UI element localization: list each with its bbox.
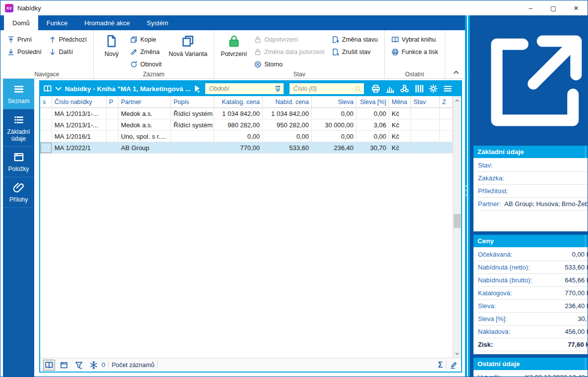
table-cell[interactable]: 30,70 [356,142,389,154]
gear-icon[interactable] [428,84,438,94]
chart-icon[interactable] [385,84,395,94]
ribbon-button[interactable]: První [4,34,44,46]
table-cell[interactable] [411,131,440,142]
ribbon-button[interactable]: Poslední [4,46,44,58]
filter-button[interactable] [73,360,85,371]
print-icon[interactable] [371,84,381,94]
table-cell[interactable] [107,119,118,131]
ribbon-button[interactable]: Potvrzení [218,33,249,59]
ribbon-button[interactable]: Obnovit [127,58,164,70]
table-cell[interactable]: 950 282,00 [263,119,312,131]
collapse-chevron-icon[interactable] [585,358,588,370]
table-cell[interactable]: MA 1/2016/1 [52,131,107,142]
table-cell[interactable]: Kč [389,119,411,131]
archive-view-toggle[interactable] [58,360,70,371]
table-cell[interactable]: Řídící systém [171,108,214,119]
scroll-up-arrow[interactable] [453,96,461,105]
ribbon-button[interactable]: Nová Varianta [166,33,210,59]
column-header-2[interactable]: Číslo nabídky [52,96,107,108]
section-header[interactable]: Ceny [473,235,588,247]
panel-splitter[interactable] [465,15,470,377]
ribbon-tab-4[interactable]: Systém [138,15,176,30]
number-filter-input[interactable]: Číslo (0) [290,83,364,94]
ribbon-button[interactable]: Další [46,46,89,58]
table-cell[interactable] [440,142,453,154]
ribbon-button[interactable]: Změna stavu [329,34,380,46]
book-view-toggle[interactable] [43,360,55,371]
ribbon-button[interactable]: Předchozí [46,34,89,46]
close-button[interactable]: ✕ [565,0,588,15]
ribbon-button[interactable]: Změna data potvrzení [251,46,327,58]
table-cell[interactable]: 1 034 842,00 [214,108,263,119]
freeze-button[interactable] [88,360,100,371]
table-row-1[interactable]: MA 1/2013/1-...Medok a.s.Řídící systém1 … [40,108,453,119]
sidebar-item-2[interactable]: Základní údaje [3,109,34,147]
table-cell[interactable]: AB Group [118,142,171,154]
open-in-window-icon[interactable] [475,20,588,142]
book-icon[interactable] [43,84,52,93]
book-title[interactable]: Nabídky - Kniha "MA 1, Marketingová ... [65,85,190,93]
sidebar-item-3[interactable]: Položky [3,147,34,177]
sidebar-item-1[interactable]: Seznam [3,79,34,109]
period-filter-input[interactable]: Období [205,83,284,94]
collapse-chevron-icon[interactable] [585,146,588,158]
table-cell[interactable] [171,131,214,142]
column-header-5[interactable]: Popis [171,96,214,108]
ribbon-button[interactable]: Nový [98,33,125,59]
scrollbar-thumb[interactable] [454,214,461,228]
sidebar-item-4[interactable]: Přílohy [3,177,34,208]
k2-dropdown-icon[interactable] [274,85,282,93]
table-cell[interactable] [40,131,52,142]
table-cell[interactable]: Uno, spol. s r.... [118,131,171,142]
column-header-9[interactable]: Sleva [%] [356,96,389,108]
collapse-chevron-icon[interactable] [585,235,588,247]
table-cell[interactable] [440,108,453,119]
table-cell[interactable]: Medok a.s. [118,108,171,119]
table-cell[interactable] [107,131,118,142]
vertical-scrollbar[interactable] [453,96,461,358]
table-cell[interactable] [40,142,52,154]
table-cell[interactable] [411,142,440,154]
column-header-6[interactable]: Katalog. cena [214,96,263,108]
table-cell[interactable] [107,108,118,119]
table-cell[interactable]: 236,40 [312,142,356,154]
ribbon-button[interactable]: Funkce a tisk [389,46,441,58]
table-row-2[interactable]: MA 1/2013/1-...Medok a.s.Řídící systém98… [40,119,453,131]
ribbon-button[interactable]: Změna [127,46,164,58]
ribbon-collapse-icon[interactable] [452,68,460,76]
ribbon-button[interactable]: Storno [251,58,327,70]
section-header[interactable]: Základní údaje [473,146,588,158]
table-cell[interactable] [40,119,52,131]
ribbon-button[interactable]: Zrušit stav [329,46,380,58]
sum-icon[interactable]: Σ [438,361,443,369]
column-header-10[interactable]: Měna [389,96,411,108]
table-cell[interactable]: 3,06 [356,119,389,131]
hamburger-menu-icon[interactable] [443,84,453,94]
maximize-button[interactable]: ▢ [542,0,565,15]
column-header-7[interactable]: Nabíd. cena [263,96,312,108]
play-icon[interactable] [192,84,201,93]
column-header-11[interactable]: Stav [411,96,440,108]
table-cell[interactable]: 980 282,00 [214,119,263,131]
table-cell[interactable]: Kč [389,131,411,142]
table-row-3[interactable]: MA 1/2016/1Uno, spol. s r....0,000,000,0… [40,131,453,142]
ribbon-button[interactable]: Vybrat knihu [389,34,441,46]
table-cell[interactable]: Kč [389,108,411,119]
table-cell[interactable]: 0,00 [214,131,263,142]
table-cell[interactable]: 533,60 [263,142,312,154]
table-cell[interactable]: 0,00 [312,131,356,142]
ribbon-button[interactable]: Odpotvrzení [251,34,327,46]
splitter-handle[interactable] [465,185,467,196]
ribbon-tab-1[interactable]: Domů [4,15,38,30]
workflow-icon[interactable] [400,84,410,94]
chevron-down-icon[interactable] [54,84,63,93]
table-cell[interactable]: MA 1/2022/1 [52,142,107,154]
table-cell[interactable] [171,142,214,154]
column-header-1[interactable]: s [40,96,52,108]
table-cell[interactable]: Kč [389,142,411,154]
table-cell[interactable]: Řídící systém [171,119,214,131]
scroll-down-arrow[interactable] [453,349,461,358]
table-row-4[interactable]: MA 1/2022/1AB Group770,00533,60236,4030,… [40,142,453,154]
ribbon-button[interactable]: Kopie [127,34,164,46]
table-cell[interactable]: 0,00 [263,131,312,142]
